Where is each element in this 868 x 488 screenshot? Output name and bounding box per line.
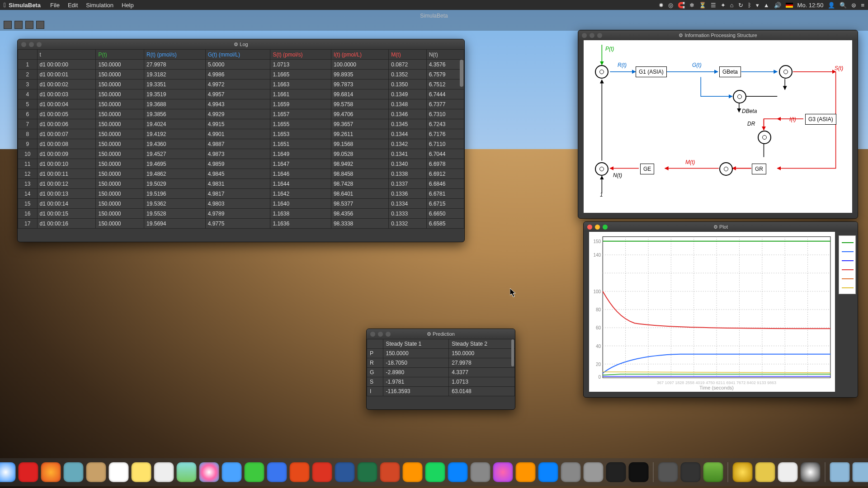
table-cell[interactable]: 6.7044 [426,149,464,159]
table-cell[interactable]: 19.5196 [144,189,206,199]
window-controls[interactable] [582,33,602,38]
airplay-icon[interactable]: ▲ [764,2,769,9]
table-cell[interactable]: 1.1642 [270,189,331,199]
dock-app-custom1[interactable] [733,462,753,482]
table-cell[interactable]: 8 [18,129,38,139]
table-cell[interactable]: 150.0000 [96,199,144,209]
table-cell[interactable]: 0.1346 [389,109,426,119]
table-cell[interactable]: d1 00:00:03 [37,89,96,99]
pred-header[interactable]: Steady State 2 [449,339,515,349]
dock-app-photos[interactable] [199,462,219,482]
notifications-icon[interactable]: ≡ [861,2,864,9]
table-cell[interactable]: 150.0000 [96,70,144,80]
table-cell[interactable]: 0.1342 [389,139,426,149]
table-cell[interactable]: d1 00:00:02 [37,80,96,89]
table-cell[interactable]: 19.4695 [144,159,206,169]
table-cell[interactable]: 12 [18,169,38,179]
table-cell[interactable]: 6.7579 [426,70,464,80]
table-cell[interactable]: 6.6846 [426,179,464,189]
table-cell[interactable]: 7 [18,119,38,129]
table-cell[interactable]: 17 [18,219,38,229]
clock[interactable]: Mo. 12:50 [797,2,824,9]
table-cell[interactable]: 14 [18,189,38,199]
table-cell[interactable]: 4.9972 [205,80,270,89]
table-row[interactable]: 5d1 00:00:04150.000019.36884.99431.16599… [18,99,464,109]
table-cell[interactable]: 0.1350 [389,80,426,89]
table-cell[interactable]: 6.6715 [426,199,464,209]
dock-app-reminders[interactable] [154,462,174,482]
table-cell[interactable]: 150.0000 [96,139,144,149]
table-cell[interactable]: 0.1345 [389,119,426,129]
table-row[interactable]: G-2.89804.3377 [367,368,515,377]
dock-app-automator[interactable] [471,462,491,482]
table-cell[interactable]: 0.1337 [389,179,426,189]
table-cell[interactable]: 1.1636 [270,219,331,229]
table-cell[interactable]: 63.0148 [449,387,515,396]
table-cell[interactable]: 1.1655 [270,119,331,129]
table-cell[interactable]: 0.1344 [389,129,426,139]
table-cell[interactable]: 10 [18,149,38,159]
table-cell[interactable]: -18.7050 [383,358,449,368]
dock-app-numbers[interactable] [425,462,445,482]
table-cell[interactable]: 0.1341 [389,149,426,159]
table-cell[interactable]: 150.0000 [96,119,144,129]
table-cell[interactable]: d1 00:00:07 [37,129,96,139]
dock-app-office[interactable] [290,462,310,482]
table-cell[interactable]: 4.9845 [205,169,270,179]
dock-app-calendar[interactable] [109,462,129,482]
table-cell[interactable]: -2.8980 [383,368,449,377]
log-header[interactable]: R(t) (pmol/s) [144,50,206,60]
table-row[interactable]: 10d1 00:00:09150.000019.45274.98731.1649… [18,149,464,159]
table-cell[interactable]: 4.9873 [205,149,270,159]
dock-app-mail[interactable] [222,462,242,482]
table-cell[interactable]: 5.0000 [205,60,270,70]
menu-help[interactable]: Help [122,2,134,9]
table-cell[interactable]: 1.1651 [270,139,331,149]
table-cell[interactable]: 99.7873 [331,80,388,89]
table-cell[interactable]: 0.1332 [389,219,426,229]
table-cell[interactable]: 19.5528 [144,209,206,219]
table-cell[interactable]: 4.9775 [205,219,270,229]
table-cell[interactable]: d1 00:00:13 [37,189,96,199]
table-cell[interactable]: 98.5377 [331,199,388,209]
table-cell[interactable]: 150.0000 [383,349,449,358]
table-cell[interactable]: 6 [18,109,38,119]
table-cell[interactable]: 1.1640 [270,199,331,209]
table-cell[interactable]: 150.0000 [96,179,144,189]
table-cell[interactable]: 0.1334 [389,199,426,209]
table-row[interactable]: 12d1 00:00:11150.000019.48624.98451.1646… [18,169,464,179]
plot-canvas[interactable]: 150140 10080 6040 200 Time (seconds) 367… [589,232,835,392]
user-icon[interactable]: 👤 [828,2,835,9]
table-cell[interactable]: 4.9859 [205,159,270,169]
table-cell[interactable]: 1.1657 [270,109,331,119]
table-cell[interactable]: 19.3688 [144,99,206,109]
table-cell[interactable]: 99.2611 [331,129,388,139]
table-cell[interactable]: 150.0000 [96,60,144,70]
dock-app-drive[interactable] [681,462,701,482]
table-cell[interactable]: 150.0000 [96,189,144,199]
table-cell[interactable]: 19.3519 [144,89,206,99]
wifi-icon[interactable]: ▾ [756,2,759,9]
table-row[interactable]: 11d1 00:00:10150.000019.46954.98591.1647… [18,159,464,169]
dock-app-signal[interactable] [267,462,287,482]
log-titlebar[interactable]: ⚙ Log [18,39,464,49]
table-row[interactable]: I-116.359363.0148 [367,387,515,396]
dock-app-messages[interactable] [245,462,264,482]
table-cell[interactable]: d1 00:00:04 [37,99,96,109]
table-cell[interactable]: 150.0000 [96,89,144,99]
log-scrollbar[interactable] [460,60,463,87]
table-cell[interactable]: 150.0000 [449,349,515,358]
bluetooth-icon[interactable]: ᛒ [748,2,751,9]
menu-file[interactable]: File [50,2,60,9]
table-cell[interactable]: G [367,368,383,377]
table-cell[interactable]: S [367,377,383,387]
dock-app-sysprefs[interactable] [561,462,581,482]
pred-header[interactable]: Steady State 1 [383,339,449,349]
table-cell[interactable]: 27.9978 [449,358,515,368]
log-header[interactable]: t [37,50,96,60]
table-cell[interactable]: 1.1659 [270,99,331,109]
table-cell[interactable]: 150.0000 [96,209,144,219]
table-cell[interactable]: 4.9957 [205,89,270,99]
dock-app-scanner[interactable] [658,462,678,482]
table-row[interactable]: 6d1 00:00:05150.000019.38564.99291.16579… [18,109,464,119]
